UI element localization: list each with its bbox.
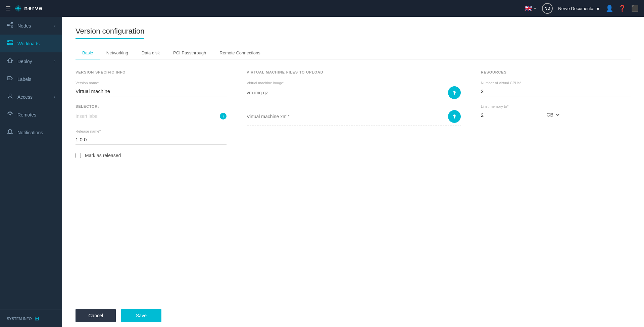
nerve-logo-icon (15, 5, 21, 12)
sidebar-label-notifications: Notifications (17, 130, 43, 135)
user-profile-button[interactable]: 👤 (606, 5, 613, 12)
vm-xml-upload-row (247, 110, 461, 126)
version-name-group: Version name* (76, 81, 227, 96)
selector-input[interactable] (76, 111, 217, 121)
mark-as-released-row: Mark as released (76, 153, 227, 158)
nerve-logo-text: nerve (24, 5, 43, 12)
vm-xml-input[interactable] (247, 114, 444, 119)
vm-files-label: VIRTUAL MACHINE FILES TO UPLOAD (247, 70, 461, 74)
info-icon[interactable]: i (220, 113, 227, 120)
sidebar-item-nodes[interactable]: Nodes › (0, 17, 62, 35)
sidebar-item-deploy[interactable]: Deploy › (0, 52, 62, 70)
sidebar-item-workloads[interactable]: Workloads (0, 35, 62, 52)
sidebar-item-access[interactable]: Access › (0, 88, 62, 106)
svg-line-10 (9, 25, 11, 26)
svg-point-7 (11, 22, 13, 24)
sidebar-bottom: SYSTEM INFO ⊞ (0, 310, 62, 327)
vm-image-input[interactable] (247, 90, 444, 95)
svg-point-1 (17, 7, 19, 9)
vm-xml-group (247, 110, 461, 126)
svg-line-9 (9, 24, 11, 25)
selector-label: SELECTOR: (76, 104, 227, 108)
tab-data-disk[interactable]: Data disk (135, 47, 166, 59)
svg-rect-13 (8, 41, 9, 42)
vm-image-upload-row (247, 86, 461, 102)
system-info-icon[interactable]: ⊞ (35, 315, 39, 322)
selector-row: i (76, 111, 227, 121)
language-selector[interactable]: 🇬🇧 ▼ (525, 5, 537, 12)
svg-point-6 (7, 24, 9, 26)
flag-dropdown-icon: ▼ (533, 7, 537, 10)
version-specific-section: VERSION SPECIFIC INFO Version name* SELE… (76, 70, 227, 158)
vcpu-field: Number of virtual CPUs* (481, 81, 631, 96)
sidebar-label-nodes: Nodes (17, 23, 31, 29)
sidebar-label-remotes: Remotes (17, 112, 36, 118)
save-button[interactable]: Save (121, 309, 161, 322)
version-specific-label: VERSION SPECIFIC INFO (76, 70, 227, 74)
vcpu-label: Number of virtual CPUs* (481, 81, 631, 85)
memory-unit-select[interactable]: MB GB TB (544, 110, 560, 120)
release-name-input[interactable] (76, 135, 227, 145)
sidebar-item-labels[interactable]: Labels (0, 70, 62, 88)
memory-input-row: MB GB TB (481, 110, 631, 120)
flag-icon: 🇬🇧 (525, 5, 532, 12)
memory-input[interactable] (481, 110, 541, 120)
resources-label: RESOURCES (481, 70, 631, 74)
sidebar-item-remotes[interactable]: Remotes (0, 106, 62, 124)
upload-arrow-icon-2 (451, 113, 457, 120)
upload-arrow-icon (451, 90, 457, 96)
tab-basic[interactable]: Basic (76, 47, 100, 59)
version-name-input[interactable] (76, 86, 227, 96)
release-name-group: Release name* (76, 129, 227, 145)
version-name-label: Version name* (76, 81, 227, 85)
vm-xml-upload-button[interactable] (448, 110, 461, 123)
tab-networking[interactable]: Networking (100, 47, 135, 59)
main-layout: Nodes › Workloads Deploy › (0, 17, 644, 327)
content-area: Version configuration Basic Networking D… (62, 17, 644, 327)
mark-as-released-label[interactable]: Mark as released (85, 153, 121, 158)
deploy-icon (7, 57, 13, 65)
vm-image-group: Virtual machine image* (247, 81, 461, 102)
selector-group: SELECTOR: i (76, 104, 227, 121)
navbar: ☰ nerve 🇬🇧 ▼ ND Nerve Documentation 👤 ❓ … (0, 0, 644, 17)
user-avatar: ND (542, 3, 553, 14)
notifications-icon (7, 128, 13, 137)
page-title: Version configuration (76, 27, 144, 39)
sidebar-label-workloads: Workloads (17, 41, 40, 46)
vm-image-label: Virtual machine image* (247, 81, 461, 85)
logout-button[interactable]: ⬛ (631, 5, 639, 12)
nodes-icon (7, 21, 13, 30)
navbar-left: ☰ nerve (5, 5, 43, 12)
navbar-right: 🇬🇧 ▼ ND Nerve Documentation 👤 ❓ ⬛ (525, 3, 639, 14)
workloads-icon (7, 39, 13, 48)
release-name-label: Release name* (76, 129, 227, 133)
svg-point-15 (9, 78, 10, 79)
labels-icon (7, 75, 13, 83)
tab-remote-connections[interactable]: Remote Connections (213, 47, 267, 59)
sidebar-label-labels: Labels (17, 77, 31, 82)
sidebar-item-notifications[interactable]: Notifications (0, 124, 62, 141)
nerve-documentation-link[interactable]: Nerve Documentation (558, 6, 600, 11)
cancel-button[interactable]: Cancel (76, 309, 116, 322)
vm-files-section: VIRTUAL MACHINE FILES TO UPLOAD Virtual … (247, 70, 461, 158)
nerve-logo: nerve (15, 5, 43, 12)
vm-image-upload-button[interactable] (448, 86, 461, 99)
tabs-bar: Basic Networking Data disk PCI Passthrou… (76, 47, 631, 59)
tab-pci-passthrough[interactable]: PCI Passthrough (166, 47, 213, 59)
svg-point-8 (11, 26, 13, 28)
sidebar-label-access: Access (17, 94, 33, 100)
help-button[interactable]: ❓ (618, 5, 626, 12)
nodes-chevron-icon: › (54, 24, 55, 28)
vcpu-input[interactable] (481, 86, 631, 96)
resources-section: RESOURCES Number of virtual CPUs* Limit … (481, 70, 631, 158)
sidebar-label-deploy: Deploy (17, 59, 32, 64)
memory-label: Limit memory to* (481, 104, 631, 108)
svg-rect-14 (8, 44, 9, 45)
remotes-icon (7, 110, 13, 119)
access-chevron-icon: › (54, 95, 55, 99)
system-info-label: SYSTEM INFO (7, 317, 32, 321)
mark-as-released-checkbox[interactable] (76, 153, 81, 158)
access-icon (7, 93, 13, 101)
bottom-bar: Cancel Save (62, 304, 644, 327)
hamburger-menu[interactable]: ☰ (5, 5, 11, 12)
